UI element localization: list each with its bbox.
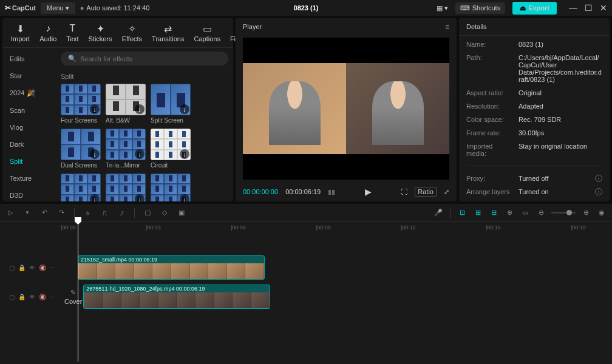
detail-row: Imported media:Stay in original location bbox=[466, 143, 602, 157]
video-clip-1[interactable]: 215152_small.mp4 00:00:06:19 bbox=[78, 255, 265, 280]
download-icon[interactable]: ↓ bbox=[180, 149, 189, 159]
sidebar-item-star[interactable]: Star bbox=[2, 67, 56, 84]
download-icon[interactable]: ↓ bbox=[180, 194, 189, 201]
video-clip-2[interactable]: 2675511-hd_1920_1080_24fps.mp4 00:00:06:… bbox=[83, 285, 270, 309]
track-more-icon[interactable]: ⋯ bbox=[50, 265, 56, 271]
download-icon[interactable]: ↓ bbox=[90, 149, 100, 159]
track-collapse-icon[interactable]: ▢ bbox=[9, 294, 15, 300]
sidebar-item-edits[interactable]: Edits bbox=[2, 50, 56, 67]
video-track-2: ▢ 🔒 👁 🔇 ⋯ ✎Cover 2675511-hd_1920_1080_24… bbox=[0, 283, 612, 311]
ratio-button[interactable]: Ratio bbox=[415, 187, 437, 197]
zoom-slider[interactable] bbox=[551, 212, 576, 214]
track-collapse-icon[interactable]: ▢ bbox=[9, 265, 15, 271]
maximize-button[interactable]: ☐ bbox=[585, 3, 593, 13]
redo-button[interactable]: ↷ bbox=[56, 209, 67, 217]
export-button[interactable]: ⏏ Export bbox=[512, 2, 557, 15]
download-icon[interactable]: ↓ bbox=[135, 194, 144, 201]
align-tool[interactable]: ⊕ bbox=[504, 209, 515, 217]
playhead[interactable] bbox=[78, 218, 78, 362]
mic-icon[interactable]: 🎤 bbox=[433, 209, 444, 217]
close-button[interactable]: ✕ bbox=[600, 3, 607, 13]
link-tool[interactable]: ⊞ bbox=[472, 209, 483, 217]
effect-card[interactable]: ↓Alt. B&W bbox=[106, 84, 146, 124]
preview-tool[interactable]: ⊟ bbox=[488, 209, 499, 217]
current-time: 00:00:00:00 bbox=[243, 188, 278, 195]
tab-transitions[interactable]: ⇄Transitions bbox=[148, 21, 188, 45]
cover-button[interactable]: ✎Cover bbox=[64, 289, 82, 305]
track-lock-icon[interactable]: 🔒 bbox=[18, 294, 25, 300]
tab-audio[interactable]: ♪Audio bbox=[36, 21, 60, 45]
effect-card[interactable]: ↓ bbox=[106, 174, 146, 201]
autosave-status: ● Auto saved: 11:24:40 bbox=[80, 4, 150, 12]
effect-card[interactable]: ↓ bbox=[61, 174, 101, 201]
effect-card[interactable]: ↓Tri-la...Mirror bbox=[106, 129, 146, 169]
effect-card[interactable]: ↓Split Screen bbox=[151, 84, 191, 124]
effect-card[interactable]: ↓Circuit bbox=[151, 129, 191, 169]
sidebar-item-split[interactable]: Split bbox=[2, 153, 56, 170]
zoom-out[interactable]: ⊖ bbox=[536, 209, 546, 217]
sidebar-item-d3d[interactable]: D3D bbox=[2, 187, 56, 204]
preview-viewport[interactable] bbox=[243, 38, 449, 180]
detail-row: Path:C:/Users/bj/AppData/Local/CapCut/Us… bbox=[466, 54, 602, 83]
download-icon[interactable]: ↓ bbox=[135, 104, 144, 114]
split-right-tool[interactable]: ⎎ bbox=[116, 209, 127, 217]
menu-button[interactable]: Menu ▾ bbox=[41, 2, 75, 14]
library-tabs: ⬇Import♪AudioTText✦Stickers✧Effects⇄Tran… bbox=[2, 18, 233, 48]
detail-row: Color space:Rec. 709 SDR bbox=[466, 116, 602, 123]
download-icon[interactable]: ↓ bbox=[135, 149, 144, 159]
compare-icon[interactable]: ▮▮ bbox=[328, 188, 335, 196]
section-title: Split bbox=[56, 69, 233, 84]
track-lock-icon[interactable]: 🔒 bbox=[18, 265, 25, 271]
shortcuts-button[interactable]: ⌨ Shortcuts bbox=[455, 2, 505, 14]
sidebar-item-vlog[interactable]: Vlog bbox=[2, 119, 56, 136]
minimize-button[interactable]: — bbox=[569, 3, 577, 13]
snap-tool[interactable]: ⊡ bbox=[457, 209, 467, 217]
info-icon[interactable]: i bbox=[595, 175, 602, 182]
effects-grid: ↓Four Screens↓Alt. B&W↓Split Screen↓Dual… bbox=[56, 84, 233, 201]
undo-button[interactable]: ↶ bbox=[39, 209, 50, 217]
player-menu-icon[interactable]: ≡ bbox=[446, 23, 449, 30]
effect-card[interactable]: ↓ bbox=[151, 174, 191, 201]
zoom-in[interactable]: ⊕ bbox=[580, 209, 591, 217]
layout-icon[interactable]: ▦ ▾ bbox=[437, 4, 448, 12]
sidebar-item-dark[interactable]: Dark bbox=[2, 136, 56, 153]
effects-sidebar: EditsStar2024 🎉ScanVlogDarkSplitTextureD… bbox=[2, 48, 56, 201]
detail-row: Aspect ratio:Original bbox=[466, 89, 602, 96]
shield-tool[interactable]: ◇ bbox=[159, 209, 170, 217]
marker-tool[interactable]: ▢ bbox=[142, 209, 153, 217]
split-left-tool[interactable]: ⎍ bbox=[99, 209, 110, 217]
app-logo: ✂ CapCut bbox=[5, 4, 36, 12]
download-icon[interactable]: ↓ bbox=[90, 104, 100, 114]
track-mute-icon[interactable]: 🔇 bbox=[39, 265, 46, 271]
scale-icon[interactable]: ⛶ bbox=[401, 188, 407, 195]
track-mute-icon[interactable]: 🔇 bbox=[39, 294, 46, 300]
tab-effects[interactable]: ✧Effects bbox=[118, 21, 146, 45]
sidebar-item-texture[interactable]: Texture bbox=[2, 170, 56, 187]
download-icon[interactable]: ↓ bbox=[180, 104, 189, 114]
split-tool[interactable]: ⎆ bbox=[82, 209, 93, 217]
track-visible-icon[interactable]: 👁 bbox=[29, 265, 35, 271]
select-tool[interactable]: ▷ bbox=[5, 209, 16, 217]
search-input[interactable]: 🔍 bbox=[61, 52, 228, 66]
sidebar-item-2024[interactable]: 2024 🎉 bbox=[2, 84, 56, 102]
effect-card[interactable]: ↓Four Screens bbox=[61, 84, 101, 124]
tab-text[interactable]: TText bbox=[63, 21, 82, 45]
track-more-icon[interactable]: ⋯ bbox=[50, 294, 56, 300]
details-panel: Details Name:0823 (1)Path:C:/Users/bj/Ap… bbox=[459, 18, 610, 201]
fit-tool[interactable]: ◉ bbox=[596, 209, 607, 217]
effect-card[interactable]: ↓Dual Screens bbox=[61, 129, 101, 169]
sidebar-item-scan[interactable]: Scan bbox=[2, 102, 56, 119]
track-tool[interactable]: ▭ bbox=[520, 209, 531, 217]
tool-dropdown[interactable]: ▼ bbox=[22, 210, 33, 215]
info-icon[interactable]: i bbox=[595, 188, 602, 195]
tab-captions[interactable]: ▭Captions bbox=[190, 21, 223, 45]
time-ruler[interactable]: |00:00|00:03|00:06|00:09|00:12|00:15|00:… bbox=[61, 222, 612, 237]
titlebar: ✂ CapCut Menu ▾ ● Auto saved: 11:24:40 0… bbox=[0, 0, 612, 16]
play-button[interactable]: ▶ bbox=[365, 187, 372, 197]
track-visible-icon[interactable]: 👁 bbox=[29, 294, 35, 300]
crop-tool[interactable]: ▣ bbox=[176, 209, 187, 217]
fullscreen-icon[interactable]: ⤢ bbox=[444, 188, 449, 196]
tab-stickers[interactable]: ✦Stickers bbox=[85, 21, 116, 45]
tab-import[interactable]: ⬇Import bbox=[7, 21, 33, 45]
download-icon[interactable]: ↓ bbox=[90, 194, 100, 201]
